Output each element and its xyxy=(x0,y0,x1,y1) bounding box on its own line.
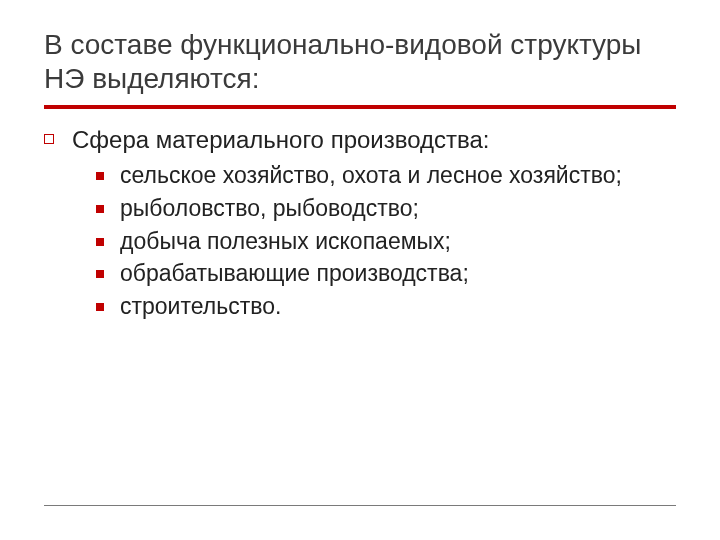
square-solid-bullet-icon xyxy=(96,205,104,213)
list-item: сельское хозяйство, охота и лесное хозяй… xyxy=(96,161,676,190)
list-item-level1-label: Сфера материального производства: xyxy=(72,125,490,155)
list-item-label: обрабатывающие производства; xyxy=(120,259,469,288)
list-item: строительство. xyxy=(96,292,676,321)
list-item: добыча полезных ископаемых; xyxy=(96,227,676,256)
list-item: рыболовство, рыбоводство; xyxy=(96,194,676,223)
footer-rule xyxy=(44,505,676,506)
slide-body: Сфера материального производства: сельск… xyxy=(44,125,676,505)
title-underline xyxy=(44,105,676,109)
list-item: обрабатывающие производства; xyxy=(96,259,676,288)
slide: В составе функционально-видовой структур… xyxy=(0,0,720,540)
list-item-label: сельское хозяйство, охота и лесное хозяй… xyxy=(120,161,622,190)
list-item-label: добыча полезных ископаемых; xyxy=(120,227,451,256)
square-solid-bullet-icon xyxy=(96,238,104,246)
square-outline-bullet-icon xyxy=(44,134,54,144)
list-item-level1: Сфера материального производства: xyxy=(44,125,676,155)
square-solid-bullet-icon xyxy=(96,303,104,311)
square-solid-bullet-icon xyxy=(96,172,104,180)
square-solid-bullet-icon xyxy=(96,270,104,278)
list-item-label: строительство. xyxy=(120,292,281,321)
list-level2: сельское хозяйство, охота и лесное хозяй… xyxy=(96,161,676,321)
slide-title: В составе функционально-видовой структур… xyxy=(44,28,676,95)
list-item-label: рыболовство, рыбоводство; xyxy=(120,194,419,223)
